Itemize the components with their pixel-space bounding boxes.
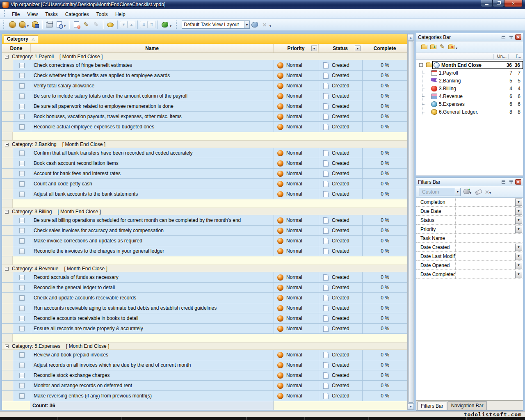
- filter-value-field[interactable]: [455, 198, 515, 206]
- filter-value-field[interactable]: [455, 216, 515, 224]
- group-row-category-2-banking[interactable]: Category: 2.Banking[ Month End Close ]: [2, 141, 407, 148]
- task-row[interactable]: Ensure all records are made properly & a…: [2, 324, 407, 334]
- delete-layout-button[interactable]: ✕: [260, 20, 269, 29]
- new-category-button[interactable]: [420, 43, 429, 51]
- task-row[interactable]: Run accounts receivable aging to estimat…: [2, 303, 407, 313]
- apply-layout-button[interactable]: [250, 20, 259, 29]
- task-checkbox[interactable]: [19, 151, 25, 156]
- task-row[interactable]: Make invoice corrections and updates as …: [2, 236, 407, 246]
- delete-task-button[interactable]: ✎: [91, 20, 100, 29]
- panel-pin-button[interactable]: [508, 34, 514, 40]
- task-row[interactable]: Account for bank fees and interest rates…: [2, 169, 407, 179]
- task-checkbox[interactable]: [19, 181, 25, 187]
- task-row[interactable]: Monitor and arrange records on deferred …: [2, 381, 407, 391]
- edit-category-button[interactable]: ✎: [438, 43, 447, 51]
- task-row[interactable]: Reconcile accounts receivable in books t…: [2, 313, 407, 324]
- filter-dropdown-button[interactable]: ▼: [515, 262, 522, 269]
- tree-item-6-general-ledger[interactable]: 6.General Ledger.88: [416, 108, 523, 116]
- task-checkbox[interactable]: [19, 94, 25, 99]
- save-database-button[interactable]: [30, 20, 39, 29]
- task-row[interactable]: Reconcile the general ledger to detailNo…: [2, 283, 407, 293]
- panel-close-button[interactable]: ✕: [515, 179, 521, 185]
- task-checkbox[interactable]: [19, 352, 25, 358]
- tree-item-month-end-close[interactable]: Month End Close3636: [416, 61, 523, 69]
- filter-dropdown-button[interactable]: ▼: [515, 226, 522, 233]
- task-checkbox[interactable]: [19, 249, 25, 254]
- group-row-category-4-revenue[interactable]: Category: 4.Revenue[ Month End Close ]: [2, 265, 407, 272]
- task-checkbox[interactable]: [19, 275, 25, 280]
- filters-toolbar-dropdown[interactable]: ▾: [489, 191, 491, 195]
- task-checkbox[interactable]: [19, 114, 25, 119]
- menu-tasks[interactable]: Tasks: [41, 10, 62, 18]
- task-checkbox[interactable]: [19, 383, 25, 388]
- clear-filter-button[interactable]: [475, 188, 482, 196]
- scrollbar-thumb[interactable]: [408, 41, 413, 403]
- menu-view[interactable]: View: [23, 10, 41, 18]
- filter-dropdown-button[interactable]: ▼: [515, 253, 522, 260]
- task-row[interactable]: Reconcile stock exchange chargesNormalCr…: [2, 370, 407, 381]
- filter-dropdown-button[interactable]: ▼: [515, 217, 522, 224]
- task-checkbox[interactable]: [19, 104, 25, 109]
- menu-categories[interactable]: Categories: [62, 10, 93, 18]
- task-checkbox[interactable]: [19, 192, 25, 197]
- task-checkbox[interactable]: [19, 306, 25, 311]
- menu-file[interactable]: File: [8, 10, 23, 18]
- task-row[interactable]: Check whether fringe benefits are applie…: [2, 71, 407, 81]
- task-checkbox[interactable]: [19, 83, 25, 89]
- task-checkbox[interactable]: [19, 161, 25, 166]
- filter-value-field[interactable]: [455, 261, 515, 269]
- task-row[interactable]: Reconcile actual employee expenses to bu…: [2, 122, 407, 132]
- restore-button[interactable]: [493, 0, 504, 7]
- open-database-dropdown[interactable]: ▾: [27, 24, 29, 28]
- task-checkbox[interactable]: [19, 393, 25, 399]
- task-row[interactable]: Adjust records on all invoices which are…: [2, 360, 407, 370]
- column-header-priority[interactable]: Priority ▼: [274, 44, 319, 52]
- panel-close-button[interactable]: ✕: [515, 34, 521, 40]
- notifications-button[interactable]: [160, 20, 169, 29]
- status-filter-dropdown[interactable]: ▼: [355, 46, 361, 51]
- delete-category-button[interactable]: [447, 43, 456, 51]
- categories-toolbar-dropdown[interactable]: ▾: [456, 46, 457, 50]
- task-row[interactable]: Check and update accounts receivable rec…: [2, 293, 407, 303]
- column-header-status[interactable]: Status ▼: [319, 44, 362, 52]
- group-row-category-1-payroll[interactable]: Category: 1.Payroll[ Month End Close ]: [2, 53, 407, 60]
- filter-value-field[interactable]: [455, 243, 515, 251]
- task-checkbox[interactable]: [19, 326, 25, 331]
- task-checkbox[interactable]: [19, 316, 25, 321]
- task-row[interactable]: Book bonuses, vacation payouts, travel e…: [2, 112, 407, 122]
- apply-filter-button[interactable]: [463, 188, 470, 196]
- column-header-done[interactable]: Done: [2, 44, 31, 52]
- print-dropdown[interactable]: ▾: [64, 24, 66, 28]
- column-header-name[interactable]: Name: [31, 44, 274, 52]
- group-row-category-5-expenses[interactable]: Category: 5.Expenses[ Month End Close ]: [2, 343, 407, 350]
- task-row[interactable]: Make reversing entries (if any) from pre…: [2, 391, 407, 401]
- panel-restore-button[interactable]: [500, 179, 507, 185]
- task-row[interactable]: Reconcile the invoices to the charges in…: [2, 246, 407, 256]
- task-checkbox[interactable]: [19, 238, 25, 244]
- task-row[interactable]: Book cash account reconciliation itemsNo…: [2, 158, 407, 169]
- filter-value-field[interactable]: [455, 207, 515, 215]
- task-checkbox[interactable]: [19, 73, 25, 78]
- task-checkbox[interactable]: [19, 124, 25, 130]
- task-checkbox[interactable]: [19, 295, 25, 301]
- column-uncompleted[interactable]: Un...: [493, 54, 508, 59]
- tree-item-5-expenses[interactable]: 5.Expenses66: [416, 100, 523, 108]
- task-view-layout-combo[interactable]: Default Task View Layout ▼: [182, 21, 250, 29]
- group-by-category-button[interactable]: Category △: [4, 35, 38, 43]
- task-row[interactable]: Adjust all bank accounts to the bank sta…: [2, 189, 407, 199]
- task-row[interactable]: Be sure to include salary totals under t…: [2, 91, 407, 101]
- filter-value-field[interactable]: [455, 270, 515, 278]
- notifications-dropdown[interactable]: ▾: [170, 24, 171, 28]
- print-button[interactable]: [45, 20, 54, 29]
- move-down-button[interactable]: ▼: [120, 21, 128, 28]
- edit-task-button[interactable]: ✎: [82, 20, 91, 29]
- collapse-icon[interactable]: [419, 63, 423, 67]
- collapse-icon[interactable]: [5, 345, 9, 348]
- task-checkbox[interactable]: [19, 218, 25, 223]
- column-total[interactable]: Г...: [508, 54, 523, 59]
- task-checkbox[interactable]: [19, 228, 25, 233]
- layout-dropdown[interactable]: ▾: [269, 24, 271, 28]
- panel-pin-button[interactable]: [508, 179, 514, 185]
- task-row[interactable]: Check sales invoices for accuracy and ti…: [2, 226, 407, 236]
- chevron-down-icon[interactable]: ▼: [244, 21, 249, 28]
